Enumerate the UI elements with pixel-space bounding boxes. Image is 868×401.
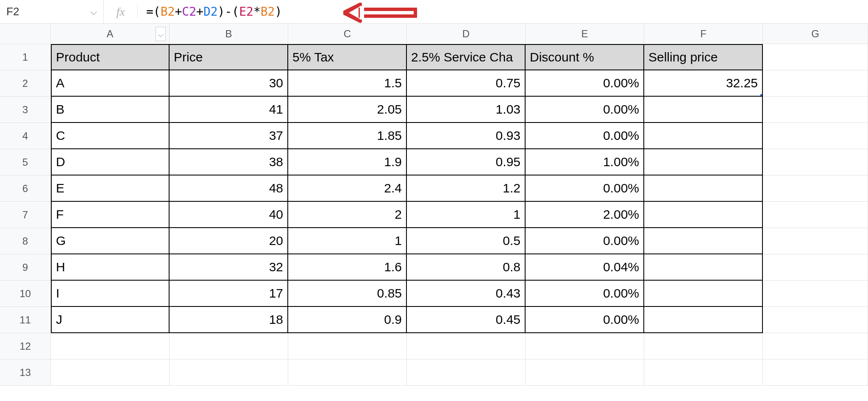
cell-a10[interactable]: I [51,281,170,307]
cell-g1[interactable] [763,44,868,70]
cell-g11[interactable] [763,307,868,333]
cell-d2[interactable]: 0.75 [407,70,526,97]
cell-f6[interactable] [644,175,763,202]
cell-c9[interactable]: 1.6 [288,254,407,281]
cell-c11[interactable]: 0.9 [288,307,407,333]
row-header-3[interactable]: 3 [0,97,51,123]
cell-c7[interactable]: 2 [288,202,407,228]
cell-d3[interactable]: 1.03 [407,97,526,123]
cell-e2[interactable]: 0.00% [526,70,644,97]
cell-f3[interactable] [644,97,763,123]
column-a-dropdown-icon[interactable] [156,27,166,41]
cell-g12[interactable] [763,333,868,359]
cell-f5[interactable] [644,149,763,175]
cell-b10[interactable]: 17 [170,281,288,307]
cell-c13[interactable] [288,359,407,386]
cell-a1[interactable]: Product [51,44,170,70]
name-box[interactable]: F2 [0,0,104,23]
column-header-a[interactable]: A [51,24,170,44]
cell-a4[interactable]: C [51,123,170,149]
cell-c12[interactable] [288,333,407,359]
cell-b5[interactable]: 38 [170,149,288,175]
cell-c1[interactable]: 5% Tax [288,44,407,70]
cell-e1[interactable]: Discount % [526,44,644,70]
cell-e6[interactable]: 0.00% [526,175,644,202]
cell-f7[interactable] [644,202,763,228]
cell-a3[interactable]: B [51,97,170,123]
select-all-corner[interactable] [0,24,51,44]
cell-c6[interactable]: 2.4 [288,175,407,202]
cell-e11[interactable]: 0.00% [526,307,644,333]
cell-e5[interactable]: 1.00% [526,149,644,175]
cell-g4[interactable] [763,123,868,149]
cell-f11[interactable] [644,307,763,333]
cell-e12[interactable] [526,333,644,359]
cell-e8[interactable]: 0.00% [526,228,644,254]
cell-b2[interactable]: 30 [170,70,288,97]
column-header-e[interactable]: E [526,24,644,44]
cell-c8[interactable]: 1 [288,228,407,254]
column-header-f[interactable]: F [644,24,763,44]
row-header-6[interactable]: 6 [0,175,51,202]
cell-b9[interactable]: 32 [170,254,288,281]
cell-d6[interactable]: 1.2 [407,175,526,202]
cell-b4[interactable]: 37 [170,123,288,149]
cell-g7[interactable] [763,202,868,228]
cell-d10[interactable]: 0.43 [407,281,526,307]
row-header-13[interactable]: 13 [0,359,51,386]
column-header-b[interactable]: B [170,24,288,44]
column-header-d[interactable]: D [407,24,526,44]
cell-g5[interactable] [763,149,868,175]
cell-e7[interactable]: 2.00% [526,202,644,228]
row-header-8[interactable]: 8 [0,228,51,254]
cell-f4[interactable] [644,123,763,149]
row-header-5[interactable]: 5 [0,149,51,175]
cell-c2[interactable]: 1.5 [288,70,407,97]
cell-g8[interactable] [763,228,868,254]
cell-a9[interactable]: H [51,254,170,281]
cell-c3[interactable]: 2.05 [288,97,407,123]
row-header-7[interactable]: 7 [0,202,51,228]
cell-f10[interactable] [644,281,763,307]
cell-b1[interactable]: Price [170,44,288,70]
cell-a13[interactable] [51,359,170,386]
cell-f12[interactable] [644,333,763,359]
cell-e3[interactable]: 0.00% [526,97,644,123]
cell-e9[interactable]: 0.04% [526,254,644,281]
cell-a5[interactable]: D [51,149,170,175]
cell-b12[interactable] [170,333,288,359]
cell-d1[interactable]: 2.5% Service Cha [407,44,526,70]
cell-e10[interactable]: 0.00% [526,281,644,307]
row-header-2[interactable]: 2 [0,70,51,97]
row-header-9[interactable]: 9 [0,254,51,281]
cell-d5[interactable]: 0.95 [407,149,526,175]
cell-d12[interactable] [407,333,526,359]
cell-a6[interactable]: E [51,175,170,202]
cell-a7[interactable]: F [51,202,170,228]
cell-f9[interactable] [644,254,763,281]
cell-d9[interactable]: 0.8 [407,254,526,281]
cell-f1[interactable]: Selling price [644,44,763,70]
cell-d13[interactable] [407,359,526,386]
cell-b3[interactable]: 41 [170,97,288,123]
cell-g3[interactable] [763,97,868,123]
row-header-1[interactable]: 1 [0,44,51,70]
cell-f8[interactable] [644,228,763,254]
cell-f13[interactable] [644,359,763,386]
cell-g9[interactable] [763,254,868,281]
row-header-10[interactable]: 10 [0,281,51,307]
cell-b6[interactable]: 48 [170,175,288,202]
cell-b11[interactable]: 18 [170,307,288,333]
fx-icon[interactable]: fx [104,5,138,19]
column-header-g[interactable]: G [763,24,868,44]
cell-b8[interactable]: 20 [170,228,288,254]
cell-g2[interactable] [763,70,868,97]
formula-input[interactable]: =(B2+C2+D2)-(E2*B2) [138,5,868,19]
cell-b7[interactable]: 40 [170,202,288,228]
fill-handle[interactable] [760,94,763,97]
cell-b13[interactable] [170,359,288,386]
cell-g13[interactable] [763,359,868,386]
row-header-12[interactable]: 12 [0,333,51,359]
cell-a12[interactable] [51,333,170,359]
cell-g6[interactable] [763,175,868,202]
